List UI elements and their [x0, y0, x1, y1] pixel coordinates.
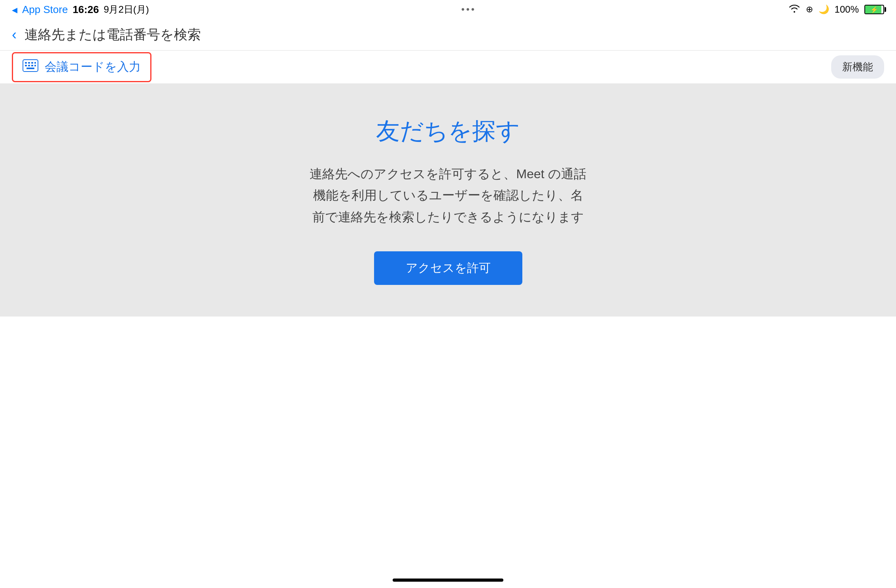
wifi-icon [788, 4, 800, 15]
status-time: 16:26 [73, 4, 99, 16]
battery-icon: ⚡ [864, 5, 884, 14]
svg-rect-9 [26, 68, 34, 69]
page-title: 連絡先または電話番号を検索 [25, 26, 884, 44]
svg-rect-4 [34, 62, 36, 64]
back-button[interactable]: ‹ [12, 26, 17, 43]
status-dots: ••• [461, 4, 476, 15]
meeting-code-label: 会議コードを入力 [45, 59, 141, 75]
battery-lightning-icon: ⚡ [870, 6, 878, 13]
svg-rect-6 [28, 65, 30, 66]
main-content-area: 友だちを探す 連絡先へのアクセスを許可すると、Meet の通話機能を利用している… [0, 84, 896, 317]
battery-percentage: 100% [835, 4, 859, 15]
status-bar-right: ⊕ 🌙 100% ⚡ [788, 4, 884, 15]
location-icon: ⊕ [806, 4, 813, 15]
section-description: 連絡先へのアクセスを許可すると、Meet の通話機能を利用しているユーザーを確認… [310, 163, 586, 228]
section-title: 友だちを探す [376, 115, 520, 147]
status-bar-left: ◂ App Store 16:26 9月2日(月) [12, 3, 149, 16]
battery-indicator: ⚡ [864, 5, 884, 14]
svg-rect-2 [28, 62, 30, 64]
meeting-code-button[interactable]: 会議コードを入力 [12, 52, 151, 82]
access-button[interactable]: アクセスを許可 [374, 251, 522, 285]
status-bar-center: ••• [461, 4, 476, 15]
home-indicator [393, 579, 503, 582]
svg-rect-1 [25, 62, 27, 64]
app-store-label: App Store [22, 4, 68, 16]
svg-rect-8 [34, 65, 36, 66]
svg-rect-7 [31, 65, 33, 66]
new-feature-button[interactable]: 新機能 [831, 55, 884, 79]
keyboard-icon [23, 59, 38, 75]
status-date: 9月2日(月) [104, 3, 149, 16]
toolbar: 会議コードを入力 新機能 [0, 51, 896, 84]
svg-rect-3 [31, 62, 33, 64]
svg-rect-5 [25, 65, 27, 66]
status-bar: ◂ App Store 16:26 9月2日(月) ••• ⊕ 🌙 100% ⚡ [0, 0, 896, 19]
nav-bar: ‹ 連絡先または電話番号を検索 [0, 19, 896, 51]
moon-icon: 🌙 [818, 4, 829, 15]
status-back-arrow: ◂ [12, 3, 17, 16]
